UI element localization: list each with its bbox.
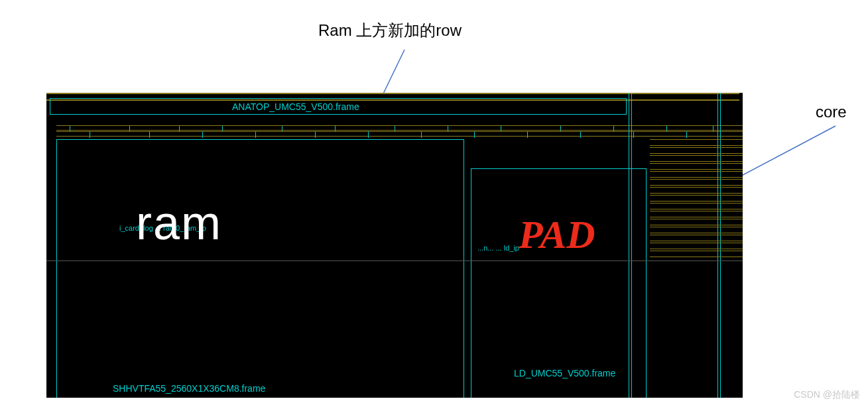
label-pad-instance: ...n... ... ld_ip xyxy=(477,244,519,252)
core-row xyxy=(650,163,743,170)
layout-canvas: ANATOP_UMC55_V500.frame i_card_log ... r… xyxy=(46,93,743,398)
core-row xyxy=(650,243,743,249)
overlay-ram-label: ram xyxy=(136,196,222,250)
label-ld: LD_UMC55_V500.frame xyxy=(514,368,615,378)
core-row xyxy=(650,179,743,186)
core-row xyxy=(650,251,743,257)
core-row xyxy=(650,139,743,146)
watermark: CSDN @拾陆楼 xyxy=(794,389,860,401)
label-shhv: SHHVTFA55_2560X1X36CM8.frame xyxy=(113,383,265,394)
core-row xyxy=(650,235,743,241)
row-tick-band-2 xyxy=(50,131,743,138)
annotation-new-row: Ram 上方新加的row xyxy=(318,20,462,41)
annotation-core: core xyxy=(816,103,847,121)
label-anatop: ANATOP_UMC55_V500.frame xyxy=(232,101,359,112)
vline-2 xyxy=(631,93,632,398)
frame-ld-pad xyxy=(471,168,647,398)
core-row xyxy=(650,211,743,217)
core-row xyxy=(650,155,743,162)
core-row xyxy=(650,203,743,209)
frame-shhv-ram xyxy=(56,139,464,398)
row-between-1 xyxy=(56,125,743,131)
core-row xyxy=(650,187,743,194)
thin-grey-line xyxy=(46,260,743,261)
vline-1 xyxy=(629,93,629,398)
core-row xyxy=(650,147,743,154)
core-row xyxy=(650,171,743,178)
core-row xyxy=(650,219,743,225)
overlay-pad-label: PAD xyxy=(519,212,595,258)
core-row xyxy=(650,227,743,233)
core-row xyxy=(650,195,743,202)
